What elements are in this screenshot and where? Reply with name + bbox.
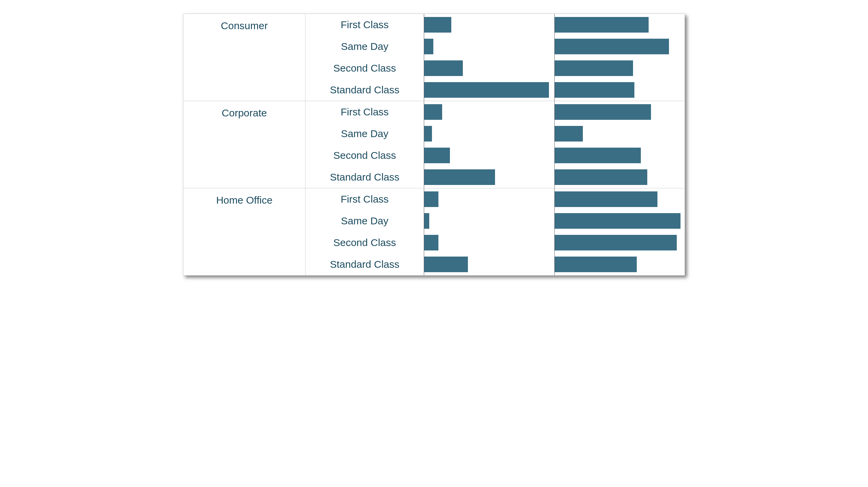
bar [555,126,583,142]
bar-row [555,188,685,210]
bar [424,82,549,98]
bar-row [555,36,685,57]
bar [424,235,438,250]
bar-row [424,210,554,232]
bar-row [424,14,554,36]
ship-mode-label: First Class [305,101,424,123]
bar [555,169,647,185]
segment-label: Home Office [183,188,305,275]
ship-mode-label: Second Class [305,57,424,79]
bar [424,17,451,33]
ship-mode-label: Second Class [305,145,424,166]
bar [555,82,634,98]
segment-group: Home OfficeFirst ClassSame DaySecond Cla… [183,188,685,275]
bar-row [424,166,554,188]
ship-mode-label: Same Day [305,210,424,232]
ship-mode-label: Second Class [305,232,424,254]
bar [555,191,658,207]
segment-label: Consumer [183,14,305,101]
measure-column [424,188,554,275]
bar [424,39,433,54]
segment-group: ConsumerFirst ClassSame DaySecond ClassS… [183,14,685,101]
bar-row [555,123,685,145]
bar-row [424,123,554,145]
ship-mode-column: First ClassSame DaySecond ClassStandard … [305,188,424,275]
ship-mode-label: Standard Class [305,254,424,275]
ship-mode-label: First Class [305,14,424,36]
bar [424,126,432,142]
bar [555,213,681,229]
bar [555,257,637,272]
ship-mode-label: First Class [305,188,424,210]
bar-row [424,36,554,57]
measure-column [554,188,685,275]
bar-row [555,166,685,188]
bar-row [424,254,554,275]
bar-row [424,79,554,101]
bar-row [555,14,685,36]
measure-column [424,101,554,188]
bar [424,191,438,207]
ship-mode-label: Standard Class [305,166,424,188]
ship-mode-label: Same Day [305,123,424,145]
ship-mode-label: Standard Class [305,79,424,101]
grouped-bar-chart: ConsumerFirst ClassSame DaySecond ClassS… [183,14,685,276]
segment-label: Corporate [183,101,305,188]
bar-row [424,188,554,210]
bar [424,257,468,272]
bar-row [555,57,685,79]
bar-row [424,232,554,254]
bar [424,169,495,185]
bar [555,148,641,163]
bar [555,235,677,250]
bars-area [424,101,685,188]
bar-row [555,145,685,166]
bar-row [555,101,685,123]
bar [424,104,442,120]
bar-row [424,101,554,123]
ship-mode-label: Same Day [305,36,424,57]
bar [424,213,429,229]
bar [424,148,450,163]
bars-area [424,188,685,275]
bar [555,60,633,76]
measure-column [554,14,685,101]
bar-row [555,210,685,232]
bar-row [424,145,554,166]
bar [555,17,649,33]
bar-row [555,232,685,254]
measure-column [424,14,554,101]
bar [424,60,463,76]
measure-column [554,101,685,188]
segment-group: CorporateFirst ClassSame DaySecond Class… [183,101,685,188]
ship-mode-column: First ClassSame DaySecond ClassStandard … [305,101,424,188]
bar [555,104,651,120]
bars-area [424,14,685,101]
bar-row [555,254,685,275]
bar [555,39,669,54]
ship-mode-column: First ClassSame DaySecond ClassStandard … [305,14,424,101]
bar-row [424,57,554,79]
bar-row [555,79,685,101]
